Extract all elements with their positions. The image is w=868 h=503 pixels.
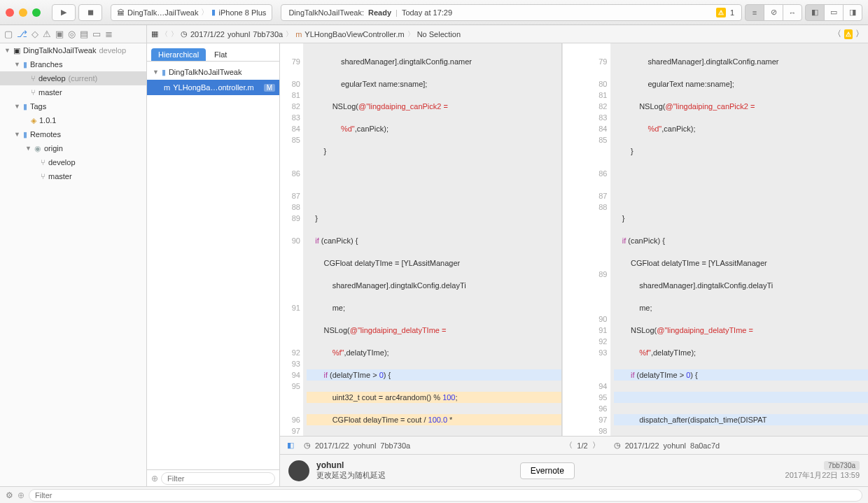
- filter-icon[interactable]: ⊕: [151, 474, 158, 483]
- issue-navigator-icon[interactable]: ▣: [55, 29, 64, 39]
- file-name: YLHongBaoViewController.m: [304, 30, 404, 38]
- scheme-selector[interactable]: 🏛 DingTalk…JailTweak 〉 ▮ iPhone 8 Plus: [111, 4, 272, 21]
- prev-diff-button[interactable]: 〈: [565, 440, 573, 451]
- remote-branch-master[interactable]: ⑂master: [0, 169, 146, 183]
- repo-icon: ▣: [13, 46, 20, 55]
- navigator-filter-input[interactable]: [29, 489, 862, 502]
- standard-editor[interactable]: ≡: [745, 4, 764, 21]
- activity-bar: DingTalkNoJailTweak: Ready | Today at 17…: [281, 4, 742, 21]
- remotes-label: Remotes: [30, 130, 61, 139]
- log-view-panel: Hierarchical Flat ▼▮DingTalkNoJailTweak …: [147, 43, 280, 486]
- remotes-group[interactable]: ▼▮Remotes: [0, 127, 146, 141]
- folder-icon: ▮: [162, 68, 166, 77]
- tags-group[interactable]: ▼▮Tags: [0, 99, 146, 113]
- stop-button[interactable]: ◼: [78, 4, 102, 21]
- warning-count[interactable]: 1: [730, 8, 734, 17]
- source-control-navigator: ▼▣DingTalkNoJailTweak develop ▼▮Branches…: [0, 43, 147, 486]
- vc-filter-bar: ⊕: [147, 469, 279, 486]
- next-issue-button[interactable]: 〉: [855, 28, 864, 40]
- build-target: DingTalkNoJailTweak:: [288, 8, 364, 17]
- version-editor[interactable]: ↔: [783, 4, 802, 21]
- right-panel-toggle[interactable]: ◨: [843, 4, 862, 21]
- remote-icon: ◉: [34, 144, 41, 153]
- inline-warning-icon[interactable]: ⚠: [844, 29, 853, 39]
- close-window[interactable]: [6, 8, 14, 17]
- project-navigator-icon[interactable]: ▢: [4, 29, 13, 39]
- folder-icon: ▮: [23, 60, 27, 69]
- test-navigator-icon[interactable]: ◎: [68, 29, 76, 39]
- remote-branch-develop[interactable]: ⑂develop: [0, 155, 146, 169]
- navigator-tabs: ▢ ⎇ ◇ ⚠ ▣ ◎ ▤ ▭ ≣: [0, 25, 147, 43]
- jump-bar-row: ▢ ⎇ ◇ ⚠ ▣ ◎ ▤ ▭ ≣ ▦ 〈 〉 ◷ 2017/1/22 yohu…: [0, 25, 868, 43]
- folder-icon: ▮: [23, 102, 27, 111]
- build-time: Today at 17:29: [402, 8, 452, 17]
- right-code[interactable]: sharedManager].dingtalkConfig.namer egul…: [611, 43, 869, 436]
- repo-root[interactable]: ▼▣DingTalkNoJailTweak develop: [0, 43, 146, 57]
- find-navigator-icon[interactable]: ⚠: [43, 29, 51, 39]
- tab-flat[interactable]: Flat: [207, 48, 234, 61]
- diff-gutter: [562, 43, 587, 436]
- filter-icon[interactable]: ⊕: [18, 490, 24, 500]
- debug-navigator-icon[interactable]: ▤: [80, 29, 88, 39]
- folder-icon: ▮: [23, 130, 27, 139]
- branches-label: Branches: [30, 60, 62, 69]
- branch-develop[interactable]: ⑂develop (current): [0, 71, 146, 85]
- forward-button[interactable]: 〉: [171, 29, 178, 39]
- gear-icon[interactable]: ⚙: [6, 490, 13, 500]
- comparison-editor: 79808182838485868788899091929394959697 s…: [280, 43, 868, 486]
- assistant-editor[interactable]: ⊘: [764, 4, 783, 21]
- jump-bar[interactable]: ▦ 〈 〉 ◷ 2017/1/22 yohunl 7bb730a 〉 m YLH…: [147, 29, 833, 39]
- left-line-numbers: 79808182838485868788899091929394959697: [280, 43, 304, 436]
- warning-icon[interactable]: ⚠: [716, 8, 726, 17]
- symbol-navigator-icon[interactable]: ◇: [31, 29, 38, 39]
- project-icon: 🏛: [117, 8, 125, 17]
- commit-date: 2017/1/22: [190, 30, 225, 38]
- main-toolbar: ▶ ◼ 🏛 DingTalk…JailTweak 〉 ▮ iPhone 8 Pl…: [0, 0, 868, 25]
- zoom-window[interactable]: [32, 8, 41, 17]
- remote-origin[interactable]: ▼◉origin: [0, 141, 146, 155]
- author-avatar: [288, 460, 309, 481]
- log-file[interactable]: mYLHongBa…ontroller.mM: [147, 80, 279, 95]
- tags-label: Tags: [30, 102, 46, 111]
- next-diff-button[interactable]: 〉: [592, 440, 600, 451]
- revision-bar: ◧ ◷ 2017/1/22 yohunl 7bb730a 〈 1/2 〉 ◷ 2…: [280, 436, 868, 454]
- branch-master[interactable]: ⑂master: [0, 85, 146, 99]
- log-folder[interactable]: ▼▮DingTalkNoJailTweak: [147, 64, 279, 80]
- build-state: Ready: [368, 8, 391, 17]
- left-panel-toggle[interactable]: ◧: [805, 4, 825, 21]
- jump-selection: No Selection: [417, 30, 461, 38]
- repo-branch: develop: [99, 46, 126, 55]
- editor-mode-segment: ≡ ⊘ ↔: [745, 4, 802, 21]
- report-navigator-icon[interactable]: ≣: [105, 29, 113, 39]
- modified-badge: M: [264, 84, 275, 92]
- device-icon: ▮: [211, 8, 216, 17]
- left-code[interactable]: sharedManager].dingtalkConfig.namer egul…: [304, 43, 561, 436]
- source-control-navigator-icon[interactable]: ⎇: [17, 29, 27, 39]
- file-icon: m: [295, 30, 302, 38]
- branch-icon: ⑂: [41, 158, 46, 167]
- back-button[interactable]: 〈: [161, 29, 168, 39]
- tag-icon: ◈: [31, 116, 36, 125]
- prev-issue-button[interactable]: 〈: [833, 28, 841, 40]
- minimize-window[interactable]: [19, 8, 27, 17]
- sidebar-toggle-icon[interactable]: ◧: [287, 441, 294, 450]
- left-revision-selector[interactable]: ◷ 2017/1/22 yohunl 7bb730a: [297, 441, 558, 450]
- branch-icon: ⑂: [41, 172, 46, 180]
- vc-filter-input[interactable]: [161, 472, 275, 485]
- run-button[interactable]: ▶: [52, 4, 76, 21]
- related-items-icon[interactable]: ▦: [151, 29, 158, 38]
- tag-item[interactable]: ◈1.0.1: [0, 113, 146, 127]
- navigator-filter-bar: ⚙ ⊕: [0, 486, 868, 503]
- branches-group[interactable]: ▼▮Branches: [0, 57, 146, 71]
- device-name: iPhone 8 Plus: [218, 8, 266, 17]
- breakpoint-navigator-icon[interactable]: ▭: [92, 29, 101, 39]
- right-revision-pane: 7980818283848586878889909192939495969798…: [587, 43, 869, 436]
- commit-info-bar: yohunl 更改延迟为随机延迟 Evernote 7bb730a 2017年1…: [280, 454, 868, 486]
- bottom-panel-toggle[interactable]: ▭: [824, 4, 844, 21]
- tab-hierarchical[interactable]: Hierarchical: [151, 48, 206, 61]
- commit-message: 更改延迟为随机延迟: [316, 470, 513, 481]
- window-controls: [6, 8, 41, 17]
- right-revision-selector[interactable]: ◷ 2017/1/22 yohunl 8a0ac7d: [607, 441, 868, 450]
- left-revision-pane: 79808182838485868788899091929394959697 s…: [280, 43, 562, 436]
- evernote-button[interactable]: Evernote: [520, 462, 575, 479]
